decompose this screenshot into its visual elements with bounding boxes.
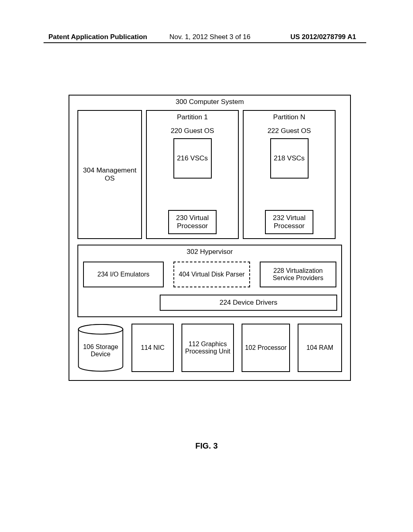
device-drivers-box: 224 Device Drivers: [160, 295, 337, 311]
storage-device-cylinder: 106 Storage Device: [77, 324, 124, 372]
partition-1-vsc-label: 216 VSCs: [177, 154, 208, 162]
partition-n-vsc-box: 218 VSCs: [270, 138, 309, 179]
io-emulators-label: 234 I/O Emulators: [98, 271, 150, 278]
virtualization-service-providers-label: 228 Virtualization Service Providers: [263, 267, 333, 282]
partition-1-virtual-processor-box: 230 Virtual Processor: [168, 210, 217, 234]
partition-n-vsc-label: 218 VSCs: [274, 154, 305, 162]
partition-1-virtual-processor-label: 230 Virtual Processor: [169, 214, 216, 230]
storage-device-label: 106 Storage Device: [77, 338, 124, 358]
header-patent-id: US 2012/0278799 A1: [290, 33, 356, 41]
header-publication-type: Patent Application Publication: [48, 33, 147, 41]
partition-n-virtual-processor-label: 232 Virtual Processor: [266, 214, 313, 230]
computer-system-box: 300 Computer System 304 Management OS Pa…: [69, 95, 351, 381]
partition-n-virtual-processor-box: 232 Virtual Processor: [265, 210, 313, 234]
virtual-disk-parser-label: 404 Virtual Disk Parser: [179, 271, 244, 278]
computer-system-title: 300 Computer System: [69, 96, 350, 110]
ram-box: 104 RAM: [298, 324, 342, 372]
partition-n-title: Partition N: [273, 113, 305, 121]
io-emulators-box: 234 I/O Emulators: [83, 262, 164, 287]
management-os-box: 304 Management OS: [77, 110, 142, 239]
processor-label: 102 Processor: [245, 344, 286, 351]
gpu-label: 112 Graphics Processing Unit: [185, 341, 231, 355]
figure-caption: FIG. 3: [0, 441, 413, 451]
partition-1-box: Partition 1 220 Guest OS 216 VSCs 230 Vi…: [146, 110, 239, 239]
header-date-sheet: Nov. 1, 2012 Sheet 3 of 16: [169, 33, 250, 41]
management-os-label: 304 Management OS: [78, 166, 141, 183]
virtualization-service-providers-box: 228 Virtualization Service Providers: [260, 262, 336, 287]
processor-box: 102 Processor: [242, 324, 290, 372]
header-rule: [44, 42, 366, 43]
partition-n-guest-os: 222 Guest OS: [267, 127, 311, 135]
hypervisor-title: 302 Hypervisor: [83, 248, 336, 256]
nic-label: 114 NIC: [141, 344, 165, 351]
device-drivers-label: 224 Device Drivers: [219, 299, 277, 307]
ram-label: 104 RAM: [307, 344, 334, 351]
partition-n-box: Partition N 222 Guest OS 218 VSCs 232 Vi…: [243, 110, 336, 239]
partition-1-vsc-box: 216 VSCs: [173, 138, 212, 179]
hardware-row: 106 Storage Device 114 NIC 112 Graphics …: [69, 324, 350, 380]
nic-box: 114 NIC: [131, 324, 174, 372]
partition-1-title: Partition 1: [177, 113, 208, 121]
partitions-row: 304 Management OS Partition 1 220 Guest …: [69, 110, 350, 245]
partition-1-guest-os: 220 Guest OS: [171, 127, 214, 135]
hypervisor-box: 302 Hypervisor 234 I/O Emulators 404 Vir…: [77, 245, 342, 317]
svg-point-1: [79, 324, 123, 334]
hypervisor-services-row: 234 I/O Emulators 404 Virtual Disk Parse…: [83, 262, 336, 287]
virtual-disk-parser-box: 404 Virtual Disk Parser: [173, 262, 250, 287]
gpu-box: 112 Graphics Processing Unit: [181, 324, 234, 372]
